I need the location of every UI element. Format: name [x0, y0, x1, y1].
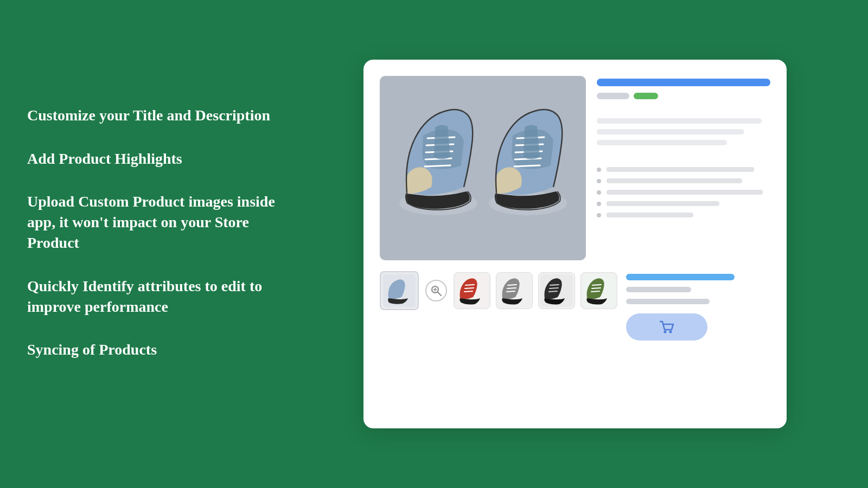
svg-point-33 [664, 331, 667, 333]
shoe-illustration [391, 84, 575, 252]
add-to-cart-button[interactable] [626, 313, 707, 341]
thumb-shoe-svg [383, 274, 416, 307]
color-variant-red[interactable] [454, 272, 490, 309]
green-shoe-svg [583, 274, 615, 307]
svg-line-11 [514, 165, 540, 166]
color-variant-green[interactable] [580, 272, 617, 309]
bullet-dot [597, 202, 601, 206]
bullet-dot [597, 213, 601, 217]
bullet-line [607, 178, 742, 183]
bullet-item-3 [597, 190, 770, 195]
bullet-item-1 [597, 167, 770, 172]
right-panel [304, 43, 868, 445]
bullet-line [607, 167, 754, 172]
feature-item-4: Quickly Identify attributes to edit to i… [27, 276, 277, 317]
bullet-dot [597, 190, 601, 195]
desc-line-1 [597, 118, 762, 124]
tag-gray [597, 93, 629, 99]
variant-bar [626, 287, 691, 292]
main-thumbnail[interactable] [380, 271, 419, 310]
product-title-bar [597, 79, 770, 86]
main-product-image [380, 76, 586, 260]
svg-line-27 [550, 288, 558, 288]
purchase-desc-bar [626, 299, 710, 304]
feature-syncing-text: Syncing of Products [27, 339, 277, 360]
bullet-line [607, 201, 719, 206]
product-card [363, 60, 787, 428]
bullet-line [607, 190, 763, 195]
bullet-line [607, 213, 693, 217]
bullet-item-4 [597, 201, 770, 206]
feature-item-2: Add Product Highlights [27, 149, 277, 169]
color-variants [454, 272, 617, 309]
gray-shoe-svg [498, 274, 531, 307]
black-shoe-svg [540, 274, 573, 307]
color-variant-gray[interactable] [496, 272, 533, 309]
svg-point-34 [669, 331, 672, 333]
svg-line-18 [465, 285, 474, 285]
svg-line-28 [549, 291, 557, 292]
feature-images-text: Upload Custom Product images inside app,… [27, 191, 277, 253]
svg-line-26 [550, 285, 559, 285]
red-shoe-svg [456, 274, 488, 307]
bullet-dot [597, 179, 601, 183]
svg-line-32 [591, 291, 599, 292]
card-bottom [380, 271, 770, 341]
svg-line-23 [507, 288, 516, 288]
svg-line-22 [508, 285, 516, 285]
feature-title-text: Customize your Title and Description [27, 105, 277, 126]
bullet-item-5 [597, 213, 770, 217]
svg-line-14 [438, 292, 441, 296]
svg-line-31 [592, 288, 601, 288]
feature-item-1: Customize your Title and Description [27, 105, 277, 126]
bullet-list [597, 167, 770, 217]
svg-line-30 [592, 285, 601, 285]
feature-attributes-text: Quickly Identify attributes to edit to i… [27, 276, 277, 317]
feature-item-3: Upload Custom Product images inside app,… [27, 191, 277, 253]
svg-line-5 [425, 165, 450, 166]
card-top [380, 76, 770, 260]
purchase-section [626, 271, 770, 341]
thumbnail-area [380, 271, 617, 310]
tag-green [634, 93, 658, 99]
desc-line-2 [597, 129, 744, 134]
cart-icon [659, 319, 675, 335]
feature-highlights-text: Add Product Highlights [27, 149, 277, 169]
svg-line-20 [464, 291, 473, 292]
desc-line-3 [597, 140, 727, 145]
feature-item-5: Syncing of Products [27, 339, 277, 360]
color-variant-black[interactable] [538, 272, 575, 309]
svg-line-19 [465, 288, 474, 288]
left-panel: Customize your Title and Description Add… [0, 73, 304, 415]
zoom-icon [430, 285, 442, 297]
svg-line-24 [507, 291, 515, 292]
product-info-panel [597, 76, 770, 260]
price-bar [626, 274, 735, 280]
tag-row [597, 93, 770, 99]
zoom-button[interactable] [425, 280, 447, 301]
bullet-dot [597, 168, 601, 172]
bullet-item-2 [597, 178, 770, 183]
